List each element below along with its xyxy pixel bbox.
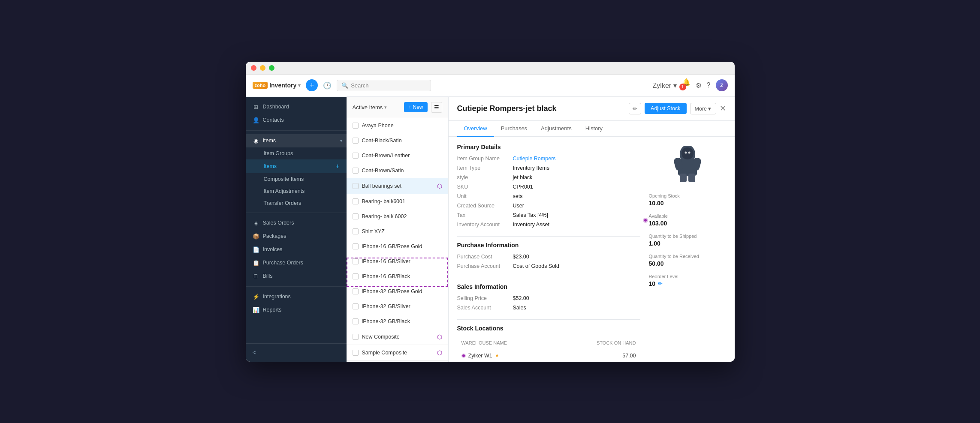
nav-sales-orders[interactable]: ◈ Sales Orders xyxy=(246,216,347,230)
list-item-checkbox[interactable] xyxy=(353,228,359,234)
stock-locations-section: Stock Locations WAREHOUSE NAME STOCK ON … xyxy=(457,325,640,362)
edit-button[interactable]: ✏ xyxy=(629,103,641,114)
history-button[interactable]: 🕐 xyxy=(323,81,332,90)
list-item-checkbox[interactable] xyxy=(353,334,359,340)
list-item-name: Bearing- ball/ 6002 xyxy=(362,213,442,219)
list-item-checkbox[interactable] xyxy=(353,198,359,204)
list-item-checkbox[interactable] xyxy=(353,183,359,189)
nav-invoices[interactable]: 📄 Invoices xyxy=(246,243,347,256)
list-item[interactable]: New Composite ⬡ xyxy=(347,329,448,345)
tab-adjustments[interactable]: Adjustments xyxy=(534,121,579,137)
more-button[interactable]: More ▾ xyxy=(690,103,716,114)
list-item-checkbox[interactable] xyxy=(353,318,359,324)
svg-point-6 xyxy=(681,147,694,159)
minimize-traffic-light[interactable] xyxy=(260,65,265,71)
list-item[interactable]: Coat-Brown/Leather xyxy=(347,148,448,163)
tab-purchases[interactable]: Purchases xyxy=(494,121,534,137)
adjust-stock-button[interactable]: Adjust Stock xyxy=(645,103,686,114)
close-detail-button[interactable]: ✕ xyxy=(720,104,726,113)
list-item-checkbox[interactable] xyxy=(353,213,359,219)
list-item[interactable]: Shirt XYZ xyxy=(347,224,448,239)
nav-item-adjustments[interactable]: Item Adjustments xyxy=(246,185,347,197)
avatar[interactable]: Z xyxy=(716,79,728,91)
nav-contacts[interactable]: 👤 Contacts xyxy=(246,114,347,127)
nav-integrations[interactable]: ⚡ Integrations xyxy=(246,290,347,303)
close-traffic-light[interactable] xyxy=(251,65,256,71)
nav-dashboard[interactable]: ⊞ Dashboard xyxy=(246,100,347,114)
nav-reports[interactable]: 📊 Reports xyxy=(246,303,347,317)
search-input[interactable] xyxy=(351,82,426,89)
list-item-checkbox[interactable] xyxy=(353,123,359,129)
nav-packages[interactable]: 📦 Packages xyxy=(246,230,347,243)
nav-transfer-orders[interactable]: Transfer Orders xyxy=(246,197,347,209)
top-bar: zoho Inventory ▾ + 🕐 🔍 Zylker ▾ 🔔 1 ⚙ ? xyxy=(246,75,735,97)
list-item-checkbox[interactable] xyxy=(353,273,359,279)
list-item[interactable]: Bearing- ball/6001 xyxy=(347,194,448,209)
reorder-edit-icon[interactable]: ✏ xyxy=(658,281,662,287)
detail-content: Primary Details Item Group Name Cutiepie… xyxy=(449,137,735,362)
list-item[interactable]: Avaya Phone xyxy=(347,118,448,133)
new-button[interactable]: + New xyxy=(404,102,427,112)
field-inventory-account: Inventory Account Inventory Asset xyxy=(457,222,640,228)
nav-purchase-orders[interactable]: 📋 Purchase Orders xyxy=(246,256,347,270)
list-panel: Active Items ▾ + New ☰ Avaya Phone Coat-… xyxy=(347,97,449,362)
list-item[interactable]: iPhone-16 GB/Silver xyxy=(347,254,448,269)
list-item-checkbox[interactable] xyxy=(353,303,359,309)
items-collapse-icon: ▾ xyxy=(340,138,342,143)
dashboard-icon: ⊞ xyxy=(253,104,259,110)
help-icon[interactable]: ? xyxy=(707,81,711,89)
brand-dropdown-icon[interactable]: ▾ xyxy=(298,83,301,88)
integrations-icon: ⚡ xyxy=(253,294,259,300)
svg-point-8 xyxy=(688,151,690,153)
list-item[interactable]: iPhone-16 GB/Black xyxy=(347,269,448,284)
search-bar: 🔍 xyxy=(337,80,431,91)
tab-history[interactable]: History xyxy=(579,121,609,137)
list-item[interactable]: Bearing- ball/ 6002 xyxy=(347,209,448,224)
available-stat: Available 103.00 xyxy=(649,213,726,227)
list-item[interactable]: iPhone-32 GB/Rose Gold xyxy=(347,284,448,299)
list-item-checkbox[interactable] xyxy=(353,168,359,174)
nav-composite-items[interactable]: Composite Items xyxy=(246,173,347,185)
user-name[interactable]: Zylker ▾ xyxy=(653,81,677,90)
svg-rect-4 xyxy=(680,174,687,182)
search-icon: 🔍 xyxy=(341,82,348,89)
add-button[interactable]: + xyxy=(306,79,318,91)
list-item-name: Ball bearings set xyxy=(362,183,434,189)
list-item-checkbox[interactable] xyxy=(353,153,359,159)
list-item-name: Coat-Brown/Satin xyxy=(362,168,442,174)
list-item[interactable]: iPhone-32 GB/Black xyxy=(347,314,448,329)
add-item-button[interactable]: + xyxy=(335,162,339,170)
list-item-name: Coat-Black/Satin xyxy=(362,138,442,144)
nav-items-section[interactable]: ◉ Items ▾ xyxy=(246,134,347,147)
settings-icon[interactable]: ⚙ xyxy=(696,81,702,90)
nav-item-groups[interactable]: Item Groups xyxy=(246,147,347,159)
list-item-checkbox[interactable] xyxy=(353,243,359,249)
list-item-checkbox[interactable] xyxy=(353,350,359,356)
list-item[interactable]: Ball bearings set ⬡ xyxy=(347,178,448,194)
list-item[interactable]: Sample Composite ⬡ xyxy=(347,345,448,361)
list-item[interactable]: iPhone-16 GB/Rose Gold xyxy=(347,239,448,254)
purchase-info-section: Purchase Information Purchase Cost $23.0… xyxy=(457,242,640,269)
list-item-name: Sample Composite xyxy=(362,350,434,356)
list-item-checkbox[interactable] xyxy=(353,138,359,144)
field-sku: SKU CPR001 xyxy=(457,184,640,190)
active-items-dropdown[interactable]: ▾ xyxy=(384,105,387,110)
list-item-name: Avaya Phone xyxy=(362,123,442,129)
list-item-name: iPhone-32 GB/Black xyxy=(362,318,442,324)
warehouse-name-cell: Zylker W1 ★ xyxy=(457,349,555,362)
items-icon: ◉ xyxy=(253,138,259,144)
list-item-checkbox[interactable] xyxy=(353,258,359,264)
nav-items[interactable]: Items + xyxy=(246,159,347,173)
list-view-toggle[interactable]: ☰ xyxy=(431,102,442,113)
list-item[interactable]: iPhone-32 GB/Silver xyxy=(347,299,448,314)
maximize-traffic-light[interactable] xyxy=(269,65,274,71)
collapse-nav-button[interactable]: < xyxy=(253,349,256,357)
list-item[interactable]: Coat-Brown/Satin xyxy=(347,163,448,178)
list-item-checkbox[interactable] xyxy=(353,288,359,294)
items-list: Avaya Phone Coat-Black/Satin Coat-Brown/… xyxy=(347,118,448,362)
field-selling-price: Selling Price $52.00 xyxy=(457,295,640,301)
nav-bills[interactable]: 🗒 Bills xyxy=(246,270,347,283)
list-item[interactable]: Test Composite ⬡ xyxy=(347,361,448,362)
tab-overview[interactable]: Overview xyxy=(457,121,494,137)
list-item[interactable]: Coat-Black/Satin xyxy=(347,133,448,148)
